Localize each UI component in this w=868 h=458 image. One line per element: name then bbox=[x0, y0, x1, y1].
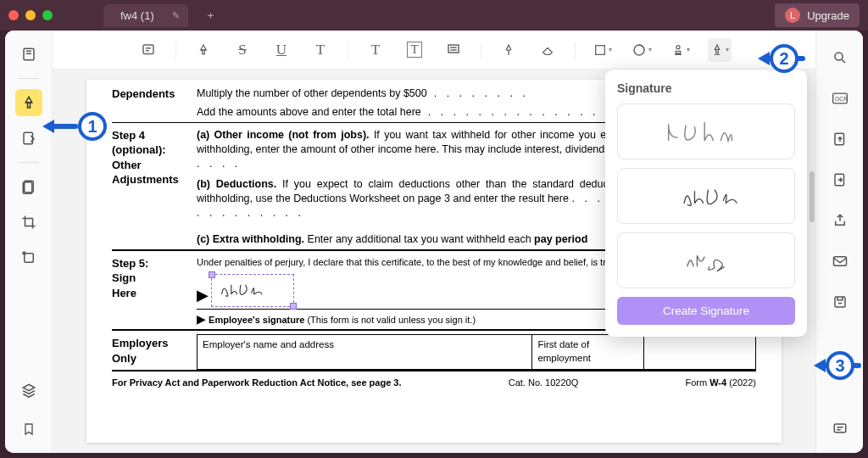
document-tab[interactable]: fw4 (1) ✎ bbox=[103, 4, 188, 27]
minimize-window-button[interactable] bbox=[25, 10, 36, 20]
textbox-icon[interactable]: T bbox=[403, 38, 426, 62]
svg-rect-5 bbox=[24, 254, 33, 263]
text-icon[interactable]: T bbox=[364, 38, 387, 62]
svg-rect-1 bbox=[27, 103, 30, 108]
svg-rect-19 bbox=[834, 424, 846, 433]
annotation-2: 2 bbox=[770, 44, 798, 73]
step5-label: Step 5: Sign Here bbox=[112, 256, 197, 327]
close-window-button[interactable] bbox=[8, 10, 19, 20]
svg-rect-9 bbox=[596, 45, 605, 54]
shape-icon[interactable] bbox=[591, 38, 615, 62]
squiggly-icon[interactable]: T bbox=[309, 38, 332, 62]
tab-title: fw4 (1) bbox=[120, 9, 154, 22]
edit-pdf-tool[interactable] bbox=[15, 125, 42, 152]
scrollbar-thumb[interactable] bbox=[810, 171, 815, 222]
annotation-1: 1 bbox=[78, 112, 107, 141]
svg-rect-18 bbox=[835, 297, 845, 307]
thumbnails-tool[interactable] bbox=[15, 41, 42, 68]
svg-rect-8 bbox=[448, 45, 459, 53]
share-icon[interactable] bbox=[828, 209, 852, 232]
anchored-note-icon[interactable] bbox=[442, 38, 465, 62]
svg-text:OCR: OCR bbox=[835, 96, 848, 102]
bookmark-tool[interactable] bbox=[15, 416, 42, 443]
convert-icon[interactable] bbox=[828, 127, 852, 151]
upgrade-button[interactable]: L Upgrade bbox=[775, 3, 860, 27]
line-icon[interactable] bbox=[630, 38, 654, 62]
stamp-icon[interactable] bbox=[669, 38, 693, 62]
employers-label: Employers Only bbox=[112, 331, 197, 369]
rotate-tool[interactable] bbox=[15, 244, 42, 271]
annotation-3: 3 bbox=[826, 351, 854, 380]
new-tab-button[interactable]: ＋ bbox=[202, 6, 220, 25]
edit-tab-icon[interactable]: ✎ bbox=[172, 10, 180, 21]
maximize-window-button[interactable] bbox=[42, 10, 53, 20]
dependents-label: Dependents bbox=[112, 87, 197, 120]
export-icon[interactable] bbox=[828, 168, 852, 192]
signature-dropdown: Signature Create Signature bbox=[605, 70, 807, 337]
svg-rect-17 bbox=[833, 257, 846, 266]
signature-icon[interactable] bbox=[708, 38, 732, 62]
page-tool[interactable] bbox=[15, 173, 42, 200]
strikethrough-icon[interactable]: S bbox=[231, 38, 254, 62]
comments-icon[interactable] bbox=[828, 417, 852, 441]
center-panel: S U T T T Dependents Multiply the bbox=[53, 31, 815, 453]
signature-option-1[interactable] bbox=[617, 103, 795, 159]
email-icon[interactable] bbox=[828, 249, 852, 273]
signature-option-2[interactable] bbox=[617, 168, 795, 224]
svg-rect-7 bbox=[203, 50, 205, 54]
svg-point-12 bbox=[835, 53, 843, 60]
annotate-toolbar: S U T T T bbox=[53, 31, 815, 70]
crop-tool[interactable] bbox=[15, 209, 42, 236]
eraser-icon[interactable] bbox=[536, 38, 559, 62]
annotate-tool[interactable] bbox=[15, 89, 42, 116]
layers-tool[interactable] bbox=[15, 377, 42, 404]
svg-point-11 bbox=[676, 45, 680, 48]
app-window: S U T T T Dependents Multiply the bbox=[5, 31, 863, 453]
right-sidebar: OCR bbox=[815, 31, 863, 453]
titlebar: fw4 (1) ✎ ＋ L Upgrade bbox=[0, 0, 868, 31]
step4-label: Step 4 (optional): Other Adjustments bbox=[112, 128, 197, 247]
svg-rect-6 bbox=[143, 45, 153, 54]
left-sidebar bbox=[5, 31, 53, 453]
pen-icon[interactable] bbox=[497, 38, 520, 62]
upgrade-label: Upgrade bbox=[807, 9, 849, 22]
signature-option-3[interactable] bbox=[617, 232, 795, 288]
note-icon[interactable] bbox=[136, 38, 160, 62]
create-signature-button[interactable]: Create Signature bbox=[617, 297, 795, 325]
highlight-icon[interactable] bbox=[192, 38, 215, 62]
window-controls bbox=[8, 10, 53, 20]
save-icon[interactable] bbox=[828, 290, 852, 314]
avatar: L bbox=[785, 8, 800, 23]
placed-signature[interactable] bbox=[211, 274, 294, 307]
search-icon[interactable] bbox=[828, 46, 852, 70]
underline-icon[interactable]: U bbox=[270, 38, 293, 62]
ocr-icon[interactable]: OCR bbox=[828, 87, 852, 110]
signature-panel-title: Signature bbox=[617, 81, 795, 95]
